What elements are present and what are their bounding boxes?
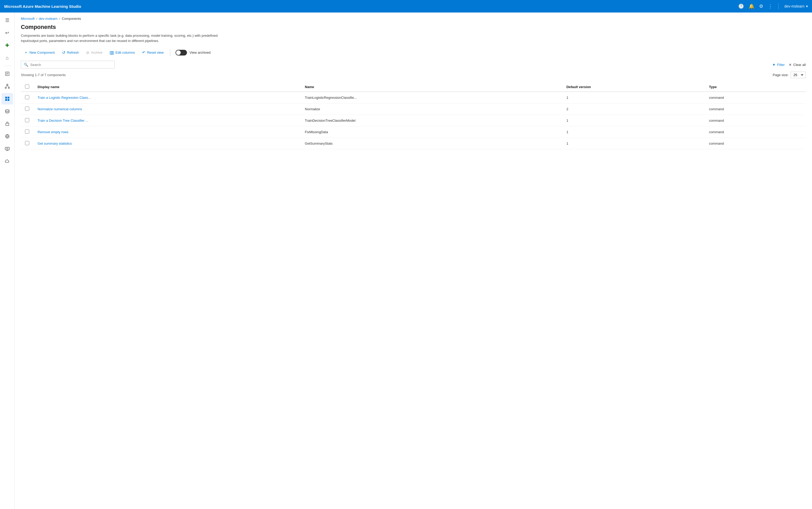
svg-rect-23: [110, 52, 111, 55]
table-row: Train a Decision Tree Classifier ... Tra…: [21, 115, 806, 126]
svg-line-8: [7, 86, 9, 87]
refresh-button[interactable]: ↺ Refresh: [59, 49, 82, 57]
view-archived-toggle[interactable]: [175, 50, 187, 56]
toolbar: ＋ New Component ↺ Refresh ⊘ Archive Edit…: [21, 48, 806, 57]
row-name: TrainDecisionTreeClassifierModel: [301, 115, 562, 126]
row-default-version: 1: [562, 115, 705, 126]
breadcrumb-sep-1: ›: [36, 17, 37, 21]
table-header: Display name Name Default version Type: [21, 82, 806, 92]
refresh-icon: ↺: [62, 50, 65, 55]
breadcrumb-workspace[interactable]: dev-mslearn: [39, 17, 58, 21]
row-display-name: Train a Logistic Regression Class...: [33, 92, 301, 103]
edit-columns-button[interactable]: Edit columns: [107, 48, 138, 56]
history-icon[interactable]: 🕐: [738, 3, 744, 9]
table-row: Get summary statistics GetSummaryStats 1…: [21, 138, 806, 149]
reset-view-button[interactable]: ↶ Reset view: [139, 49, 167, 57]
app-layout: ☰ ↩ ✚ ⌂ Microsoft: [0, 12, 812, 509]
sidebar-item-compute[interactable]: [2, 143, 13, 155]
select-all-checkbox[interactable]: [25, 84, 29, 89]
component-link[interactable]: Normalize numerical columns: [37, 107, 82, 111]
row-type: command: [705, 92, 806, 103]
sidebar-item-home[interactable]: ⌂: [2, 52, 13, 64]
breadcrumb: Microsoft › dev-mslearn › Components: [21, 17, 806, 21]
archive-icon: ⊘: [86, 50, 90, 55]
refresh-label: Refresh: [67, 50, 79, 55]
row-checkbox: [21, 92, 33, 103]
row-type: command: [705, 126, 806, 138]
sidebar-item-add[interactable]: ✚: [2, 40, 13, 51]
search-box: 🔍: [21, 61, 115, 69]
row-default-version: 1: [562, 126, 705, 138]
page-title: Components: [21, 24, 806, 31]
archive-button[interactable]: ⊘ Archive: [83, 49, 105, 57]
sidebar-item-jobs[interactable]: [2, 68, 13, 79]
user-label: dev-mslearn: [784, 4, 805, 8]
new-component-label: New Component: [29, 50, 55, 55]
top-navigation: Microsoft Azure Machine Learning Studio …: [0, 0, 812, 12]
filter-button[interactable]: ▼ Filter: [772, 63, 785, 67]
svg-point-6: [8, 87, 9, 89]
svg-rect-25: [112, 52, 114, 55]
component-link[interactable]: Remove empty rows: [37, 130, 68, 134]
table-body: Train a Logistic Regression Class... Tra…: [21, 92, 806, 149]
row-checkbox: [21, 138, 33, 149]
more-icon[interactable]: ⋮: [768, 3, 773, 9]
filter-label: Filter: [777, 63, 785, 67]
sidebar-item-models[interactable]: [2, 118, 13, 130]
table-row: Normalize numerical columns Normalize 2 …: [21, 103, 806, 115]
components-table: Display name Name Default version Type T…: [21, 82, 806, 149]
main-content: Microsoft › dev-mslearn › Components Com…: [14, 12, 812, 509]
svg-rect-10: [7, 97, 9, 99]
header-checkbox-col: [21, 82, 33, 92]
row-select-checkbox[interactable]: [25, 141, 29, 145]
header-name: Name: [301, 82, 562, 92]
user-menu[interactable]: dev-mslearn ▾: [784, 4, 808, 8]
sidebar-divider-1: [3, 66, 11, 66]
top-nav-icons: 🕐 🔔 ⚙ ⋮ dev-mslearn ▾: [738, 3, 808, 9]
row-name: TrainLogisticRegressionClassifie...: [301, 92, 562, 103]
view-archived-label: View archived: [190, 50, 211, 55]
app-title: Microsoft Azure Machine Learning Studio: [4, 4, 735, 9]
row-name: FixMissingData: [301, 126, 562, 138]
sidebar-item-data[interactable]: [2, 106, 13, 117]
table-row: Remove empty rows FixMissingData 1 comma…: [21, 126, 806, 138]
svg-rect-14: [6, 123, 9, 126]
row-default-version: 2: [562, 103, 705, 115]
component-link[interactable]: Train a Decision Tree Classifier ...: [37, 118, 88, 123]
filter-actions: ▼ Filter ✕ Clear all: [772, 63, 806, 67]
sidebar-item-back[interactable]: ↩: [2, 27, 13, 39]
sidebar-item-menu[interactable]: ☰: [2, 14, 13, 26]
header-default-version: Default version: [562, 82, 705, 92]
row-select-checkbox[interactable]: [25, 118, 29, 122]
edit-columns-label: Edit columns: [116, 50, 135, 55]
search-input[interactable]: [30, 63, 112, 67]
breadcrumb-microsoft[interactable]: Microsoft: [21, 17, 35, 21]
page-size-section: Page size: 25 50 100: [773, 72, 806, 78]
search-filter-row: 🔍 ▼ Filter ✕ Clear all: [21, 61, 806, 69]
row-select-checkbox[interactable]: [25, 95, 29, 99]
component-link[interactable]: Get summary statistics: [37, 141, 72, 145]
row-display-name: Train a Decision Tree Classifier ...: [33, 115, 301, 126]
clear-all-label: Clear all: [793, 63, 806, 67]
sidebar-item-cloud[interactable]: [2, 156, 13, 167]
row-type: command: [705, 103, 806, 115]
sidebar-item-pipelines[interactable]: [2, 80, 13, 92]
sidebar-item-endpoints[interactable]: [2, 131, 13, 142]
page-size-select[interactable]: 25 50 100: [791, 72, 806, 78]
svg-point-4: [6, 84, 8, 86]
clear-all-button[interactable]: ✕ Clear all: [789, 63, 806, 67]
svg-point-13: [5, 109, 9, 111]
row-select-checkbox[interactable]: [25, 130, 29, 134]
new-component-button[interactable]: ＋ New Component: [21, 48, 58, 57]
reset-icon: ↶: [142, 50, 145, 55]
row-select-checkbox[interactable]: [25, 107, 29, 111]
svg-rect-12: [7, 99, 9, 101]
search-icon: 🔍: [24, 63, 28, 67]
chevron-down-icon: ▾: [806, 4, 808, 8]
sidebar-item-components[interactable]: [2, 93, 13, 104]
row-default-version: 1: [562, 92, 705, 103]
archive-label: Archive: [91, 50, 102, 55]
settings-icon[interactable]: ⚙: [759, 3, 763, 9]
notification-icon[interactable]: 🔔: [749, 3, 754, 9]
component-link[interactable]: Train a Logistic Regression Class...: [37, 96, 91, 100]
